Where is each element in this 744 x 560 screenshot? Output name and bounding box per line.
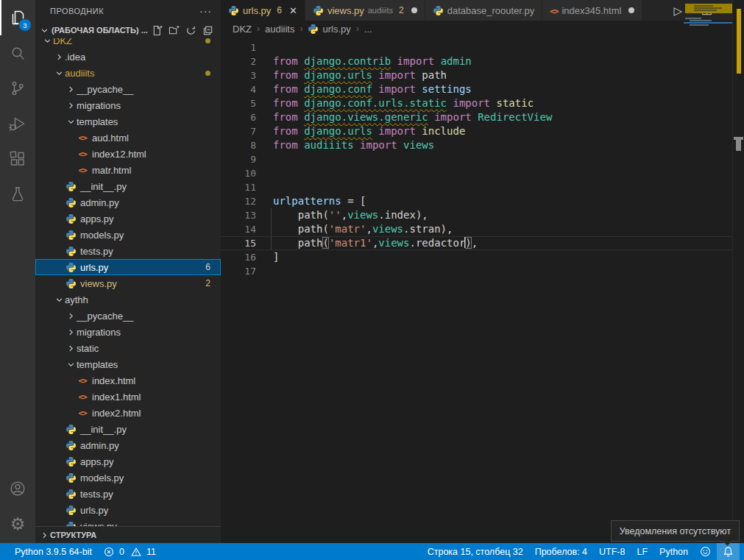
tree-file-admin.py[interactable]: admin.py <box>35 194 221 210</box>
settings-icon[interactable]: ⚙ <box>0 506 35 542</box>
tree-file-aud.html[interactable]: <>aud.html <box>35 130 221 146</box>
tree-folder-templates[interactable]: templates <box>35 113 221 130</box>
breadcrumb-item-audiiits[interactable]: audiiits <box>265 24 294 35</box>
refresh-icon[interactable] <box>185 25 196 36</box>
tree-folder-migrations[interactable]: migrations <box>35 324 221 340</box>
activity-bar: 3 ⚙ <box>0 0 35 543</box>
code-line-8[interactable]: 8from audiiits import views <box>221 138 744 152</box>
code-line-3[interactable]: 3from django.urls import path <box>221 68 744 82</box>
code-line-9[interactable]: 9 <box>221 152 744 166</box>
notifications-bell-icon[interactable] <box>717 543 740 560</box>
tab-views.py[interactable]: views.pyaudiiits2 <box>305 0 425 21</box>
tab-problems-badge: 6 <box>277 5 282 15</box>
indentation-status[interactable]: Пробелов: 4 <box>529 543 593 560</box>
tab-index345.html[interactable]: <>index345.html <box>542 0 642 21</box>
cursor-position-status[interactable]: Строка 15, столбец 32 <box>422 543 529 560</box>
code-line-7[interactable]: 7from django.urls import include <box>221 124 744 138</box>
tree-folder-aythh[interactable]: aythh <box>35 291 221 308</box>
tree-file-urls.py[interactable]: urls.py <box>35 502 221 518</box>
tab-bar: urls.py6✕views.pyaudiiits2database_roout… <box>221 0 744 21</box>
code-editor[interactable]: 12from django.contrib import admin3from … <box>221 37 744 543</box>
tree-file-views.py[interactable]: views.py2 <box>35 275 221 291</box>
code-line-1[interactable]: 1 <box>221 40 744 54</box>
tree-file-__init__.py[interactable]: __init__.py <box>35 421 221 437</box>
workspace-label: (РАБОЧАЯ ОБЛАСТЬ) ... <box>52 26 148 35</box>
tree-file-index12.html[interactable]: <>index12.html <box>35 146 221 162</box>
code-line-4[interactable]: 4from django.conf import settings <box>221 82 744 96</box>
code-line-6[interactable]: 6from django.views.generic import Redire… <box>221 110 744 124</box>
breadcrumb-item-DKZ[interactable]: DKZ <box>233 24 252 35</box>
tree-file-__init__.py[interactable]: __init__.py <box>35 178 221 194</box>
run-debug-icon[interactable] <box>0 106 35 141</box>
line-number: 7 <box>221 124 256 138</box>
feedback-icon[interactable] <box>694 543 717 560</box>
code-line-12[interactable]: 12urlpatterns = [ <box>221 194 744 208</box>
language-mode-status[interactable]: Python <box>653 543 694 560</box>
tree-file-models.py[interactable]: models.py <box>35 469 221 486</box>
outline-section-header[interactable]: СТРУКТУРА <box>35 526 221 543</box>
code-line-5[interactable]: 5from django.conf.urls.static import sta… <box>221 96 744 110</box>
code-line-10[interactable]: 10 <box>221 166 744 180</box>
collapse-all-icon[interactable] <box>202 25 213 36</box>
search-icon[interactable] <box>0 35 35 71</box>
tab-database_roouter.py[interactable]: database_roouter.py <box>425 0 543 21</box>
minimap[interactable] <box>684 0 733 147</box>
code-line-2[interactable]: 2from django.contrib import admin <box>221 54 744 68</box>
code-line-14[interactable]: 14 path('matr',views.stran), <box>221 222 744 236</box>
breadcrumb-item-urls.py[interactable]: urls.py <box>308 24 350 35</box>
run-icon[interactable]: ▷ <box>673 5 682 16</box>
tree-file-tests.py[interactable]: tests.py <box>35 243 221 259</box>
code-line-13[interactable]: 13 path('',views.index), <box>221 208 744 222</box>
chevron-right-icon <box>53 53 65 61</box>
line-number: 17 <box>221 264 256 278</box>
tree-file-apps.py[interactable]: apps.py <box>35 453 221 469</box>
line-number: 12 <box>221 194 256 208</box>
code-line-17[interactable]: 17 <box>221 264 744 278</box>
tree-folder-templates[interactable]: templates <box>35 356 221 372</box>
account-icon[interactable] <box>0 471 35 506</box>
eol-status[interactable]: LF <box>631 543 653 560</box>
breadcrumb-separator: › <box>300 24 302 34</box>
tree-folder-migrations[interactable]: migrations <box>35 97 221 113</box>
workspace-section-header[interactable]: (РАБОЧАЯ ОБЛАСТЬ) ... <box>35 22 221 38</box>
line-number: 4 <box>221 82 256 96</box>
tree-folder-.idea[interactable]: .idea <box>35 49 221 65</box>
tree-file-index.html[interactable]: <>index.html <box>35 372 221 389</box>
dirty-indicator-dot[interactable] <box>628 7 634 13</box>
new-folder-icon[interactable] <box>169 25 180 36</box>
line-number: 5 <box>221 96 256 110</box>
code-line-11[interactable]: 11 <box>221 180 744 194</box>
tree-folder-__pycache__[interactable]: __pycache__ <box>35 81 221 97</box>
tab-urls.py[interactable]: urls.py6✕ <box>221 0 305 21</box>
tree-folder-DKZ[interactable]: DKZ <box>35 38 221 49</box>
code-line-15[interactable]: 15 path('matr1',views.redactor), <box>221 236 744 250</box>
tree-file-urls.py[interactable]: urls.py6 <box>35 259 221 275</box>
tree-folder-static[interactable]: static <box>35 340 221 356</box>
testing-icon[interactable] <box>0 177 35 212</box>
tree-file-tests.py[interactable]: tests.py <box>35 486 221 502</box>
tree-folder-__pycache__[interactable]: __pycache__ <box>35 308 221 324</box>
breadcrumb-item-...[interactable]: ... <box>364 24 372 35</box>
tree-file-index1.html[interactable]: <>index1.html <box>35 389 221 405</box>
extensions-icon[interactable] <box>0 141 35 177</box>
scrollbar[interactable] <box>732 0 744 543</box>
tree-folder-audiiits[interactable]: audiiits <box>35 65 221 81</box>
problems-status[interactable]: 0 11 <box>98 543 162 560</box>
tree-file-index2.html[interactable]: <>index2.html <box>35 405 221 421</box>
more-horizontal-icon[interactable]: ··· <box>199 5 212 17</box>
tree-file-apps.py[interactable]: apps.py <box>35 210 221 227</box>
python-file-icon <box>65 180 77 192</box>
close-icon[interactable]: ✕ <box>289 5 297 16</box>
tree-file-admin.py[interactable]: admin.py <box>35 437 221 453</box>
line-number: 13 <box>221 208 256 222</box>
new-file-icon[interactable] <box>152 25 163 36</box>
encoding-status[interactable]: UTF-8 <box>593 543 631 560</box>
chevron-down-icon <box>65 118 77 126</box>
dirty-indicator-dot[interactable] <box>411 7 417 13</box>
explorer-icon[interactable]: 3 <box>0 0 35 35</box>
tree-file-matr.html[interactable]: <>matr.html <box>35 162 221 178</box>
source-control-icon[interactable] <box>0 71 35 106</box>
code-line-16[interactable]: 16] <box>221 250 744 264</box>
tree-file-models.py[interactable]: models.py <box>35 227 221 243</box>
python-interpreter-status[interactable]: Python 3.9.5 64-bit <box>9 543 98 560</box>
